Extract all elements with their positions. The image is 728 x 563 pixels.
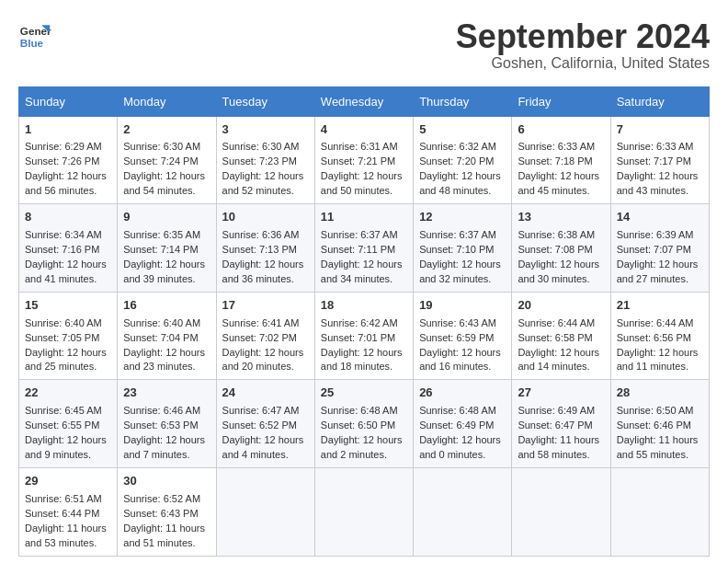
- day-detail: Daylight: 12 hours: [25, 346, 111, 361]
- day-detail: and 9 minutes.: [25, 448, 111, 463]
- day-number: 17: [222, 297, 309, 315]
- calendar-day-cell: 21Sunrise: 6:44 AMSunset: 6:56 PMDayligh…: [610, 292, 709, 380]
- day-detail: Sunrise: 6:47 AM: [222, 404, 309, 419]
- day-detail: Daylight: 12 hours: [321, 433, 407, 448]
- header: General Blue September 2024 Goshen, Cali…: [18, 18, 710, 72]
- day-detail: Daylight: 12 hours: [617, 258, 703, 272]
- calendar-day-cell: [610, 467, 709, 556]
- page-container: General Blue September 2024 Goshen, Cali…: [18, 18, 710, 557]
- calendar-day-cell: 9Sunrise: 6:35 AMSunset: 7:14 PMDaylight…: [118, 204, 216, 293]
- calendar-day-cell: 17Sunrise: 6:41 AMSunset: 7:02 PMDayligh…: [216, 292, 314, 380]
- title-area: September 2024 Goshen, California, Unite…: [456, 18, 710, 72]
- calendar-day-cell: 16Sunrise: 6:40 AMSunset: 7:04 PMDayligh…: [118, 292, 216, 380]
- day-detail: Sunrise: 6:40 AM: [25, 316, 111, 331]
- day-number: 21: [617, 297, 703, 315]
- calendar-table: SundayMondayTuesdayWednesdayThursdayFrid…: [18, 86, 710, 557]
- day-detail: Sunrise: 6:32 AM: [419, 140, 506, 155]
- weekday-header-cell: Sunday: [19, 86, 118, 116]
- day-detail: Daylight: 12 hours: [419, 258, 506, 272]
- day-detail: Sunrise: 6:50 AM: [617, 404, 703, 419]
- day-detail: Sunset: 6:58 PM: [518, 331, 604, 346]
- day-detail: Daylight: 12 hours: [123, 346, 210, 361]
- day-number: 24: [222, 385, 309, 402]
- day-detail: Sunrise: 6:49 AM: [518, 404, 604, 419]
- calendar-day-cell: 11Sunrise: 6:37 AMSunset: 7:11 PMDayligh…: [314, 204, 413, 293]
- day-detail: Daylight: 12 hours: [321, 346, 407, 361]
- day-detail: and 58 minutes.: [518, 448, 604, 463]
- calendar-day-cell: 4Sunrise: 6:31 AMSunset: 7:21 PMDaylight…: [314, 116, 413, 204]
- calendar-day-cell: 23Sunrise: 6:46 AMSunset: 6:53 PMDayligh…: [118, 380, 216, 468]
- day-detail: and 45 minutes.: [518, 184, 604, 199]
- day-detail: Sunset: 7:14 PM: [123, 243, 210, 258]
- day-number: 11: [321, 209, 407, 226]
- day-detail: Sunset: 6:49 PM: [419, 419, 506, 433]
- day-detail: and 27 minutes.: [617, 272, 703, 287]
- day-detail: Daylight: 12 hours: [123, 433, 210, 448]
- day-detail: Daylight: 12 hours: [518, 346, 604, 361]
- location-title: Goshen, California, United States: [456, 55, 710, 72]
- day-number: 20: [518, 297, 604, 315]
- day-detail: Sunrise: 6:33 AM: [617, 140, 703, 155]
- day-detail: and 16 minutes.: [419, 360, 506, 374]
- day-detail: Daylight: 11 hours: [25, 522, 111, 536]
- day-detail: and 2 minutes.: [321, 448, 407, 463]
- day-detail: Sunset: 7:05 PM: [25, 331, 111, 346]
- day-detail: Daylight: 12 hours: [123, 258, 210, 272]
- day-number: 9: [123, 209, 210, 226]
- calendar-day-cell: 27Sunrise: 6:49 AMSunset: 6:47 PMDayligh…: [512, 380, 610, 468]
- day-detail: Sunset: 7:11 PM: [321, 243, 407, 258]
- day-detail: Sunset: 6:47 PM: [518, 419, 604, 433]
- day-number: 27: [518, 385, 604, 402]
- calendar-day-cell: 6Sunrise: 6:33 AMSunset: 7:18 PMDaylight…: [512, 116, 610, 204]
- day-number: 19: [419, 297, 506, 315]
- svg-text:Blue: Blue: [20, 37, 44, 49]
- day-detail: Sunset: 7:18 PM: [518, 155, 604, 169]
- calendar-day-cell: [314, 467, 413, 556]
- day-detail: and 54 minutes.: [123, 184, 210, 199]
- calendar-day-cell: 25Sunrise: 6:48 AMSunset: 6:50 PMDayligh…: [314, 380, 413, 468]
- day-number: 28: [617, 385, 703, 402]
- day-detail: Sunrise: 6:43 AM: [419, 316, 506, 331]
- day-detail: Daylight: 12 hours: [321, 258, 407, 272]
- day-detail: and 14 minutes.: [518, 360, 604, 374]
- day-detail: Sunset: 6:56 PM: [617, 331, 703, 346]
- day-detail: and 25 minutes.: [25, 360, 111, 374]
- day-number: 23: [123, 385, 210, 402]
- day-detail: Sunrise: 6:45 AM: [25, 404, 111, 419]
- day-number: 29: [25, 473, 111, 490]
- day-number: 15: [25, 297, 111, 315]
- day-detail: Sunrise: 6:51 AM: [25, 492, 111, 507]
- day-detail: Sunrise: 6:44 AM: [617, 316, 703, 331]
- day-detail: Sunset: 7:21 PM: [321, 155, 407, 169]
- day-detail: Daylight: 12 hours: [617, 169, 703, 184]
- day-number: 25: [321, 385, 407, 402]
- day-detail: Sunset: 7:13 PM: [222, 243, 309, 258]
- day-detail: Sunset: 7:26 PM: [25, 155, 111, 169]
- day-number: 18: [321, 297, 407, 315]
- day-number: 30: [123, 473, 210, 490]
- calendar-day-cell: 10Sunrise: 6:36 AMSunset: 7:13 PMDayligh…: [216, 204, 314, 293]
- day-detail: and 43 minutes.: [617, 184, 703, 199]
- day-detail: Sunrise: 6:36 AM: [222, 228, 309, 243]
- calendar-day-cell: 30Sunrise: 6:52 AMSunset: 6:43 PMDayligh…: [118, 467, 216, 556]
- calendar-week-row: 8Sunrise: 6:34 AMSunset: 7:16 PMDaylight…: [19, 204, 710, 293]
- calendar-day-cell: 29Sunrise: 6:51 AMSunset: 6:44 PMDayligh…: [19, 467, 118, 556]
- day-detail: Daylight: 12 hours: [222, 346, 309, 361]
- calendar-day-cell: 8Sunrise: 6:34 AMSunset: 7:16 PMDaylight…: [19, 204, 118, 293]
- day-number: 6: [518, 121, 604, 139]
- day-detail: Sunrise: 6:41 AM: [222, 316, 309, 331]
- day-detail: and 50 minutes.: [321, 184, 407, 199]
- calendar-day-cell: 2Sunrise: 6:30 AMSunset: 7:24 PMDaylight…: [118, 116, 216, 204]
- day-detail: and 36 minutes.: [222, 272, 309, 287]
- day-detail: and 34 minutes.: [321, 272, 407, 287]
- calendar-day-cell: 3Sunrise: 6:30 AMSunset: 7:23 PMDaylight…: [216, 116, 314, 204]
- day-detail: Sunset: 6:43 PM: [123, 507, 210, 522]
- day-detail: Sunrise: 6:48 AM: [321, 404, 407, 419]
- day-detail: and 23 minutes.: [123, 360, 210, 374]
- day-detail: Sunset: 6:46 PM: [617, 419, 703, 433]
- day-detail: and 51 minutes.: [123, 536, 210, 551]
- day-detail: and 30 minutes.: [518, 272, 604, 287]
- calendar-day-cell: 26Sunrise: 6:48 AMSunset: 6:49 PMDayligh…: [414, 380, 512, 468]
- day-number: 1: [25, 121, 111, 139]
- day-number: 16: [123, 297, 210, 315]
